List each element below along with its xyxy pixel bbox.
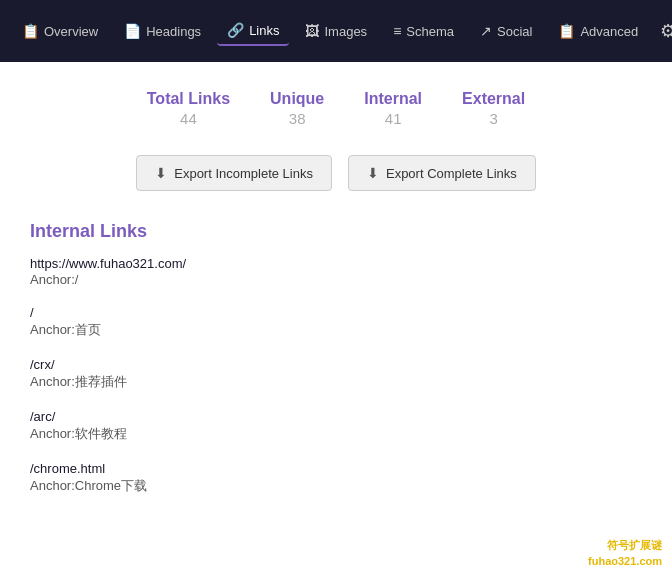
- export-incomplete-label: Export Incomplete Links: [174, 166, 313, 181]
- list-item: /crx/ Anchor:推荐插件: [30, 357, 642, 391]
- top-navigation: 📋 Overview 📄 Headings 🔗 Links 🖼 Images ≡…: [0, 0, 672, 62]
- stat-unique: Unique 38: [270, 90, 324, 127]
- nav-label-schema: Schema: [406, 24, 454, 39]
- settings-button[interactable]: ⚙: [654, 14, 672, 48]
- stats-row: Total Links 44 Unique 38 Internal 41 Ext…: [0, 62, 672, 137]
- links-icon: 🔗: [227, 22, 244, 38]
- stat-external: External 3: [462, 90, 525, 127]
- total-links-label: Total Links: [147, 90, 230, 108]
- link-anchor: Anchor:首页: [30, 321, 642, 339]
- stat-total-links: Total Links 44: [147, 90, 230, 127]
- export-complete-label: Export Complete Links: [386, 166, 517, 181]
- nav-item-headings[interactable]: 📄 Headings: [114, 17, 211, 45]
- link-url: /chrome.html: [30, 461, 642, 476]
- export-complete-button[interactable]: ⬇ Export Complete Links: [348, 155, 536, 191]
- external-label: External: [462, 90, 525, 108]
- nav-item-schema[interactable]: ≡ Schema: [383, 17, 464, 45]
- link-anchor: Anchor:软件教程: [30, 425, 642, 443]
- list-item: /chrome.html Anchor:Chrome下载: [30, 461, 642, 495]
- nav-item-overview[interactable]: 📋 Overview: [12, 17, 108, 45]
- internal-label: Internal: [364, 90, 422, 108]
- social-icon: ↗: [480, 23, 492, 39]
- internal-links-heading: Internal Links: [0, 211, 672, 256]
- overview-icon: 📋: [22, 23, 39, 39]
- total-links-value: 44: [147, 110, 230, 127]
- nav-item-links[interactable]: 🔗 Links: [217, 16, 289, 46]
- nav-label-headings: Headings: [146, 24, 201, 39]
- nav-label-images: Images: [324, 24, 367, 39]
- unique-label: Unique: [270, 90, 324, 108]
- stat-internal: Internal 41: [364, 90, 422, 127]
- internal-value: 41: [364, 110, 422, 127]
- watermark: 符号扩展谜 fuhao321.com: [588, 538, 662, 569]
- nav-label-advanced: Advanced: [580, 24, 638, 39]
- nav-item-social[interactable]: ↗ Social: [470, 17, 542, 45]
- nav-item-images[interactable]: 🖼 Images: [295, 17, 377, 45]
- list-item: /arc/ Anchor:软件教程: [30, 409, 642, 443]
- link-url: /arc/: [30, 409, 642, 424]
- link-anchor: Anchor:Chrome下载: [30, 477, 642, 495]
- link-anchor: Anchor:/: [30, 272, 642, 287]
- headings-icon: 📄: [124, 23, 141, 39]
- link-list: https://www.fuhao321.com/ Anchor:/ / Anc…: [0, 256, 672, 495]
- images-icon: 🖼: [305, 23, 319, 39]
- link-url: /crx/: [30, 357, 642, 372]
- link-url: /: [30, 305, 642, 320]
- export-incomplete-button[interactable]: ⬇ Export Incomplete Links: [136, 155, 332, 191]
- link-anchor: Anchor:推荐插件: [30, 373, 642, 391]
- schema-icon: ≡: [393, 23, 401, 39]
- nav-label-links: Links: [249, 23, 279, 38]
- download-incomplete-icon: ⬇: [155, 165, 167, 181]
- unique-value: 38: [270, 110, 324, 127]
- advanced-icon: 📋: [558, 23, 575, 39]
- watermark-line1: 符号扩展谜: [588, 538, 662, 553]
- list-item: https://www.fuhao321.com/ Anchor:/: [30, 256, 642, 287]
- link-url: https://www.fuhao321.com/: [30, 256, 642, 271]
- external-value: 3: [462, 110, 525, 127]
- nav-item-advanced[interactable]: 📋 Advanced: [548, 17, 648, 45]
- download-complete-icon: ⬇: [367, 165, 379, 181]
- nav-label-overview: Overview: [44, 24, 98, 39]
- nav-label-social: Social: [497, 24, 532, 39]
- watermark-line2: fuhao321.com: [588, 554, 662, 569]
- export-row: ⬇ Export Incomplete Links ⬇ Export Compl…: [0, 137, 672, 211]
- list-item: / Anchor:首页: [30, 305, 642, 339]
